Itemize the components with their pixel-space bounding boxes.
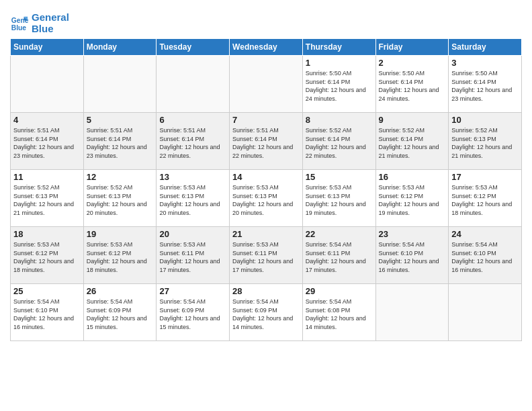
- day-number: 24: [451, 229, 519, 239]
- col-header-monday: Monday: [83, 39, 157, 56]
- day-info: Sunrise: 5:54 AMSunset: 6:09 PMDaylight:…: [232, 298, 300, 331]
- calendar-cell: 8Sunrise: 5:52 AMSunset: 6:14 PMDaylight…: [302, 113, 375, 170]
- day-number: 27: [159, 286, 226, 296]
- calendar-week-row: 11Sunrise: 5:52 AMSunset: 6:13 PMDayligh…: [11, 170, 522, 227]
- day-info: Sunrise: 5:53 AMSunset: 6:12 PMDaylight:…: [13, 240, 81, 274]
- day-info: Sunrise: 5:54 AMSunset: 6:10 PMDaylight:…: [13, 298, 81, 331]
- day-number: 23: [379, 229, 446, 239]
- day-info: Sunrise: 5:51 AMSunset: 6:14 PMDaylight:…: [159, 126, 226, 160]
- calendar-cell: 5Sunrise: 5:51 AMSunset: 6:14 PMDaylight…: [83, 113, 157, 170]
- day-info: Sunrise: 5:54 AMSunset: 6:10 PMDaylight:…: [379, 240, 446, 274]
- day-number: 13: [159, 172, 226, 182]
- day-number: 11: [13, 172, 81, 182]
- calendar-cell: 10Sunrise: 5:52 AMSunset: 6:13 PMDayligh…: [449, 113, 522, 170]
- calendar-cell: 21Sunrise: 5:53 AMSunset: 6:11 PMDayligh…: [230, 227, 303, 284]
- calendar-week-row: 1Sunrise: 5:50 AMSunset: 6:14 PMDaylight…: [11, 56, 522, 113]
- day-number: 21: [232, 229, 300, 239]
- calendar-cell: 15Sunrise: 5:53 AMSunset: 6:13 PMDayligh…: [302, 170, 375, 227]
- calendar-cell: 28Sunrise: 5:54 AMSunset: 6:09 PMDayligh…: [230, 284, 303, 341]
- day-info: Sunrise: 5:52 AMSunset: 6:13 PMDaylight:…: [87, 183, 154, 217]
- calendar-cell: [11, 56, 84, 113]
- calendar-cell: 27Sunrise: 5:54 AMSunset: 6:09 PMDayligh…: [157, 284, 230, 341]
- day-number: 4: [13, 115, 81, 125]
- day-info: Sunrise: 5:54 AMSunset: 6:10 PMDaylight:…: [451, 240, 519, 274]
- calendar-cell: 4Sunrise: 5:51 AMSunset: 6:14 PMDaylight…: [11, 113, 84, 170]
- col-header-sunday: Sunday: [11, 39, 84, 56]
- calendar-cell: [157, 56, 230, 113]
- col-header-thursday: Thursday: [302, 39, 375, 56]
- day-number: 1: [306, 58, 373, 68]
- day-info: Sunrise: 5:53 AMSunset: 6:12 PMDaylight:…: [87, 240, 154, 274]
- day-number: 6: [159, 115, 226, 125]
- calendar-cell: 25Sunrise: 5:54 AMSunset: 6:10 PMDayligh…: [11, 284, 84, 341]
- calendar-cell: 13Sunrise: 5:53 AMSunset: 6:13 PMDayligh…: [157, 170, 230, 227]
- calendar-cell: 18Sunrise: 5:53 AMSunset: 6:12 PMDayligh…: [11, 227, 84, 284]
- calendar-cell: [230, 56, 303, 113]
- col-header-saturday: Saturday: [449, 39, 522, 56]
- calendar-cell: 24Sunrise: 5:54 AMSunset: 6:10 PMDayligh…: [449, 227, 522, 284]
- day-number: 7: [232, 115, 300, 125]
- day-info: Sunrise: 5:51 AMSunset: 6:14 PMDaylight:…: [13, 126, 81, 160]
- day-number: 16: [379, 172, 446, 182]
- day-number: 8: [306, 115, 373, 125]
- day-info: Sunrise: 5:54 AMSunset: 6:08 PMDaylight:…: [306, 298, 373, 331]
- day-info: Sunrise: 5:52 AMSunset: 6:13 PMDaylight:…: [451, 126, 519, 160]
- day-number: 10: [451, 115, 519, 125]
- page-header: General Blue General Blue: [10, 7, 522, 34]
- day-number: 5: [87, 115, 154, 125]
- calendar-week-row: 4Sunrise: 5:51 AMSunset: 6:14 PMDaylight…: [11, 113, 522, 170]
- calendar-cell: 12Sunrise: 5:52 AMSunset: 6:13 PMDayligh…: [83, 170, 157, 227]
- day-number: 25: [13, 286, 81, 296]
- logo-icon: General Blue: [10, 14, 29, 33]
- day-number: 20: [159, 229, 226, 239]
- logo: General Blue General Blue: [10, 12, 69, 34]
- calendar-cell: 22Sunrise: 5:54 AMSunset: 6:11 PMDayligh…: [302, 227, 375, 284]
- day-info: Sunrise: 5:53 AMSunset: 6:12 PMDaylight:…: [451, 183, 519, 217]
- calendar-header-row: SundayMondayTuesdayWednesdayThursdayFrid…: [11, 39, 522, 56]
- day-number: 15: [306, 172, 373, 182]
- day-number: 12: [87, 172, 154, 182]
- calendar-cell: [375, 284, 449, 341]
- calendar-cell: 1Sunrise: 5:50 AMSunset: 6:14 PMDaylight…: [302, 56, 375, 113]
- col-header-wednesday: Wednesday: [230, 39, 303, 56]
- day-info: Sunrise: 5:50 AMSunset: 6:14 PMDaylight:…: [379, 69, 446, 103]
- day-number: 14: [232, 172, 300, 182]
- calendar-cell: 11Sunrise: 5:52 AMSunset: 6:13 PMDayligh…: [11, 170, 84, 227]
- day-number: 26: [87, 286, 154, 296]
- day-info: Sunrise: 5:51 AMSunset: 6:14 PMDaylight:…: [232, 126, 300, 160]
- day-info: Sunrise: 5:53 AMSunset: 6:13 PMDaylight:…: [159, 183, 226, 217]
- day-info: Sunrise: 5:54 AMSunset: 6:11 PMDaylight:…: [306, 240, 373, 274]
- day-number: 28: [232, 286, 300, 296]
- calendar-cell: 3Sunrise: 5:50 AMSunset: 6:14 PMDaylight…: [449, 56, 522, 113]
- day-number: 19: [87, 229, 154, 239]
- day-info: Sunrise: 5:53 AMSunset: 6:11 PMDaylight:…: [232, 240, 300, 274]
- day-info: Sunrise: 5:52 AMSunset: 6:14 PMDaylight:…: [306, 126, 373, 160]
- day-info: Sunrise: 5:50 AMSunset: 6:14 PMDaylight:…: [451, 69, 519, 103]
- logo-text-blue: Blue: [32, 23, 54, 34]
- day-number: 2: [379, 58, 446, 68]
- day-number: 18: [13, 229, 81, 239]
- day-number: 29: [306, 286, 373, 296]
- calendar-cell: 14Sunrise: 5:53 AMSunset: 6:13 PMDayligh…: [230, 170, 303, 227]
- calendar-cell: 29Sunrise: 5:54 AMSunset: 6:08 PMDayligh…: [302, 284, 375, 341]
- svg-text:Blue: Blue: [11, 24, 27, 32]
- day-info: Sunrise: 5:50 AMSunset: 6:14 PMDaylight:…: [306, 69, 373, 103]
- day-number: 22: [306, 229, 373, 239]
- day-info: Sunrise: 5:52 AMSunset: 6:13 PMDaylight:…: [13, 183, 81, 217]
- calendar-cell: 6Sunrise: 5:51 AMSunset: 6:14 PMDaylight…: [157, 113, 230, 170]
- day-info: Sunrise: 5:54 AMSunset: 6:09 PMDaylight:…: [87, 298, 154, 331]
- day-info: Sunrise: 5:52 AMSunset: 6:14 PMDaylight:…: [379, 126, 446, 160]
- calendar-cell: 26Sunrise: 5:54 AMSunset: 6:09 PMDayligh…: [83, 284, 157, 341]
- day-info: Sunrise: 5:53 AMSunset: 6:11 PMDaylight:…: [159, 240, 226, 274]
- calendar-week-row: 25Sunrise: 5:54 AMSunset: 6:10 PMDayligh…: [11, 284, 522, 341]
- calendar-cell: [449, 284, 522, 341]
- calendar-cell: 17Sunrise: 5:53 AMSunset: 6:12 PMDayligh…: [449, 170, 522, 227]
- day-number: 3: [451, 58, 519, 68]
- calendar-cell: 16Sunrise: 5:53 AMSunset: 6:12 PMDayligh…: [375, 170, 449, 227]
- calendar-cell: 19Sunrise: 5:53 AMSunset: 6:12 PMDayligh…: [83, 227, 157, 284]
- day-info: Sunrise: 5:51 AMSunset: 6:14 PMDaylight:…: [87, 126, 154, 160]
- day-number: 9: [379, 115, 446, 125]
- calendar-cell: [83, 56, 157, 113]
- day-info: Sunrise: 5:54 AMSunset: 6:09 PMDaylight:…: [159, 298, 226, 331]
- day-number: 17: [451, 172, 519, 182]
